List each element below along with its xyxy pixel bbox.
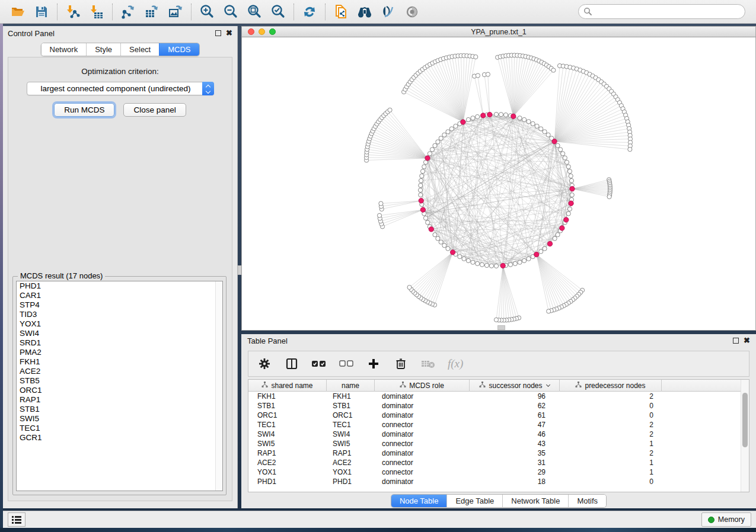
cell-successor_nodes[interactable]: 61 [470, 411, 560, 419]
cell-shared_name[interactable]: ACE2 [248, 459, 327, 467]
mcds-result-item[interactable]: RAP1 [17, 395, 222, 405]
mcds-result-item[interactable]: PHD1 [17, 281, 222, 291]
network-node[interactable] [379, 201, 383, 206]
network-node[interactable] [556, 143, 560, 148]
network-node[interactable] [556, 233, 560, 237]
cell-mcds_role[interactable]: dominator [375, 411, 470, 419]
network-node[interactable] [484, 263, 489, 267]
cell-name[interactable]: STB1 [327, 402, 375, 410]
network-node[interactable] [439, 240, 443, 244]
cell-predecessor_nodes[interactable]: 2 [560, 449, 662, 457]
cell-predecessor_nodes[interactable]: 1 [560, 459, 662, 467]
cell-shared_name[interactable]: STB1 [248, 402, 327, 410]
network-node[interactable] [446, 130, 450, 134]
network-node[interactable] [439, 136, 443, 140]
cell-shared_name[interactable]: TEC1 [248, 421, 327, 429]
table-row[interactable]: ACE2ACE2connector311 [248, 458, 749, 467]
network-node[interactable] [425, 156, 430, 161]
network-node[interactable] [564, 217, 569, 222]
tab-style[interactable]: Style [86, 43, 120, 56]
network-node[interactable] [449, 127, 454, 131]
network-node[interactable] [480, 262, 484, 267]
network-node[interactable] [442, 133, 446, 137]
network-node[interactable] [494, 318, 498, 322]
mcds-result-item[interactable]: CAR1 [17, 291, 222, 300]
mcds-result-item[interactable]: YOX1 [17, 319, 222, 329]
cell-mcds_role[interactable]: connector [375, 459, 470, 467]
cell-successor_nodes[interactable]: 47 [470, 421, 560, 429]
network-node[interactable] [462, 257, 466, 261]
network-node[interactable] [487, 112, 492, 117]
tab-network-table[interactable]: Network Table [502, 495, 568, 507]
export-image-icon[interactable] [164, 2, 187, 22]
network-node[interactable] [500, 263, 505, 268]
cell-successor_nodes[interactable]: 62 [470, 402, 560, 410]
mcds-result-item[interactable]: SWI5 [17, 414, 222, 424]
network-node[interactable] [419, 183, 423, 187]
new-network-document-icon[interactable] [329, 2, 353, 22]
mcds-result-item[interactable]: GCR1 [17, 433, 222, 443]
network-node[interactable] [433, 233, 437, 237]
network-node[interactable] [420, 174, 424, 178]
network-node[interactable] [486, 72, 490, 76]
cell-predecessor_nodes[interactable]: 0 [560, 411, 662, 419]
cell-predecessor_nodes[interactable]: 2 [560, 421, 662, 429]
network-node[interactable] [450, 250, 455, 255]
network-node[interactable] [377, 213, 381, 217]
mcds-result-item[interactable]: SRD1 [17, 338, 222, 348]
network-node[interactable] [552, 139, 557, 144]
settings-gear-icon[interactable] [257, 356, 272, 371]
cell-predecessor_nodes[interactable]: 2 [560, 392, 662, 400]
deselect-all-rows-icon[interactable] [339, 356, 354, 371]
network-node[interactable] [476, 73, 480, 78]
network-node[interactable] [570, 193, 574, 197]
mcds-result-item[interactable]: STB1 [17, 405, 222, 414]
network-node[interactable] [494, 112, 498, 116]
network-node[interactable] [430, 148, 434, 152]
close-panel-button[interactable]: Close panel [123, 103, 186, 117]
mcds-result-item[interactable]: STP4 [17, 300, 222, 310]
mcds-result-item[interactable]: ACE2 [17, 367, 222, 376]
cell-shared_name[interactable]: SWI5 [248, 440, 327, 448]
tab-select[interactable]: Select [120, 43, 159, 56]
network-node[interactable] [499, 113, 503, 117]
cell-predecessor_nodes[interactable]: 1 [560, 468, 662, 476]
search-input[interactable] [578, 4, 745, 19]
network-node[interactable] [567, 207, 572, 211]
float-panel-icon[interactable] [215, 30, 221, 36]
cell-shared_name[interactable]: RAP1 [248, 449, 327, 457]
network-node[interactable] [569, 178, 573, 182]
cell-mcds_role[interactable]: dominator [375, 430, 470, 438]
cell-successor_nodes[interactable]: 96 [470, 392, 560, 400]
network-canvas[interactable] [241, 37, 756, 331]
network-node[interactable] [461, 120, 465, 124]
run-mcds-button[interactable]: Run MCDS [54, 103, 114, 117]
network-node[interactable] [535, 124, 539, 128]
cell-name[interactable]: SWI4 [327, 430, 375, 438]
tab-edge-table[interactable]: Edge Table [446, 495, 502, 507]
network-node[interactable] [569, 201, 573, 206]
delete-icon[interactable] [393, 356, 409, 371]
network-node[interactable] [558, 148, 562, 152]
network-node[interactable] [518, 260, 522, 264]
cell-name[interactable]: ACE2 [327, 459, 375, 467]
cell-name[interactable]: TEC1 [327, 421, 375, 429]
refresh-icon[interactable] [298, 2, 321, 22]
network-node[interactable] [422, 165, 426, 169]
column-header-shared-name[interactable]: shared name [248, 380, 327, 392]
network-node[interactable] [539, 127, 543, 131]
search-binoculars-icon[interactable] [353, 2, 377, 22]
cell-predecessor_nodes[interactable]: 1 [560, 440, 662, 448]
network-node[interactable] [561, 152, 565, 156]
mcds-result-item[interactable]: FKH1 [17, 357, 222, 367]
cell-shared_name[interactable]: ORC1 [248, 411, 327, 419]
network-node[interactable] [489, 264, 493, 268]
network-node[interactable] [527, 120, 531, 124]
toggle-graphics-details-icon[interactable] [377, 2, 400, 22]
import-network-icon[interactable] [61, 2, 85, 22]
network-node[interactable] [454, 124, 458, 128]
cell-name[interactable]: FKH1 [327, 392, 375, 400]
network-node[interactable] [471, 260, 475, 264]
network-node[interactable] [543, 130, 547, 134]
zoom-selected-icon[interactable] [266, 2, 290, 22]
